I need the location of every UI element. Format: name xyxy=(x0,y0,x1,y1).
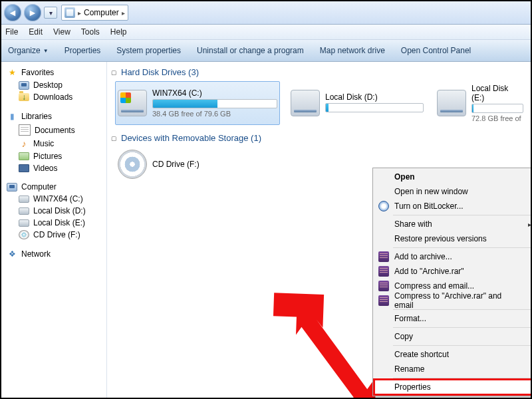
separator xyxy=(393,378,531,378)
sidebar-item-downloads[interactable]: Downloads xyxy=(1,91,106,103)
sidebar-item-drive-c[interactable]: WIN7X64 (C:) xyxy=(1,193,106,205)
drive-icon xyxy=(19,219,29,227)
drive-tile-f[interactable]: CD Drive (F:) xyxy=(115,147,280,182)
navigation-pane: ★Favorites Desktop Downloads ▮Libraries … xyxy=(1,62,107,399)
separator xyxy=(393,215,531,215)
downloads-icon xyxy=(19,93,29,101)
menu-help[interactable]: Help xyxy=(110,27,127,37)
drive-free-text: 72.8 GB free of xyxy=(471,114,523,122)
drive-icon xyxy=(437,90,466,116)
sidebar-item-desktop[interactable]: Desktop xyxy=(1,79,106,91)
disc-icon xyxy=(118,150,147,179)
back-button[interactable]: ◄ xyxy=(4,4,21,21)
archive-icon xyxy=(378,251,389,262)
document-icon xyxy=(19,124,31,136)
sidebar-item-documents[interactable]: Documents xyxy=(1,123,106,137)
music-icon: ♪ xyxy=(19,138,29,149)
explorer-window: ◄ ► ▾ ▸ Computer ▸ File Edit View Tools … xyxy=(0,0,532,399)
archive-icon xyxy=(378,266,389,277)
ctx-bitlocker[interactable]: Turn on BitLocker... xyxy=(374,199,531,213)
map-drive-button[interactable]: Map network drive xyxy=(320,46,385,55)
ctx-open[interactable]: Open xyxy=(374,170,531,184)
context-menu: Open Open in new window Turn on BitLocke… xyxy=(372,168,531,396)
ctx-compress-rar-email[interactable]: Compress to "Archive.rar" and email xyxy=(374,293,531,308)
chevron-down-icon: ▼ xyxy=(43,48,49,54)
archive-icon xyxy=(378,281,389,291)
bitlocker-icon xyxy=(378,201,389,211)
ctx-restore-versions[interactable]: Restore previous versions xyxy=(374,231,531,246)
archive-icon xyxy=(378,295,389,306)
drive-free-text: 38.4 GB free of 79.6 GB xyxy=(152,110,277,118)
sidebar-item-drive-f[interactable]: CD Drive (F:) xyxy=(1,229,106,241)
drive-usage-bar xyxy=(152,99,277,108)
forward-button[interactable]: ► xyxy=(24,4,41,21)
ctx-rename[interactable]: Rename xyxy=(374,362,531,376)
collapse-icon: ▢ xyxy=(111,135,117,142)
computer-icon xyxy=(65,7,75,18)
sidebar-favorites[interactable]: ★Favorites xyxy=(1,66,106,79)
nav-bar: ◄ ► ▾ ▸ Computer ▸ xyxy=(1,1,531,25)
chevron-right-icon: ▸ xyxy=(122,9,125,17)
drive-usage-bar xyxy=(325,103,424,112)
drive-icon xyxy=(19,196,29,203)
drive-name: WIN7X64 (C:) xyxy=(152,88,277,98)
ctx-add-to-archive[interactable]: Add to archive... xyxy=(374,249,531,264)
drive-name: Local Disk (E:) xyxy=(471,84,523,102)
videos-icon xyxy=(19,164,29,172)
star-icon: ★ xyxy=(7,67,17,78)
ctx-share-with[interactable]: Share with xyxy=(374,217,531,231)
section-hard-disk-drives[interactable]: ▢Hard Disk Drives (3) xyxy=(107,66,531,78)
sidebar-item-drive-e[interactable]: Local Disk (E:) xyxy=(1,217,106,229)
organize-button[interactable]: Organize▼ xyxy=(8,46,49,55)
drive-tile-d[interactable]: Local Disk (D:) xyxy=(288,81,426,125)
drive-usage-bar xyxy=(471,104,523,113)
system-properties-button[interactable]: System properties xyxy=(116,46,181,55)
chevron-right-icon: ▸ xyxy=(78,9,81,17)
ctx-format[interactable]: Format... xyxy=(374,311,531,326)
menu-edit[interactable]: Edit xyxy=(29,27,43,37)
menu-view[interactable]: View xyxy=(53,27,70,37)
menu-bar: File Edit View Tools Help xyxy=(1,25,531,40)
collapse-icon: ▢ xyxy=(111,69,117,76)
ctx-copy[interactable]: Copy xyxy=(374,329,531,344)
breadcrumb-location[interactable]: Computer xyxy=(84,8,119,17)
sidebar-item-music[interactable]: ♪Music xyxy=(1,137,106,150)
drive-icon xyxy=(19,207,29,215)
drive-tile-c[interactable]: WIN7X64 (C:) 38.4 GB free of 79.6 GB xyxy=(115,81,280,125)
ctx-create-shortcut[interactable]: Create shortcut xyxy=(374,347,531,362)
body: ★Favorites Desktop Downloads ▮Libraries … xyxy=(1,62,531,399)
separator xyxy=(393,247,531,248)
control-panel-button[interactable]: Open Control Panel xyxy=(401,46,471,55)
menu-file[interactable]: File xyxy=(5,27,18,37)
ctx-add-to-rar[interactable]: Add to "Archive.rar" xyxy=(374,264,531,279)
libraries-icon: ▮ xyxy=(7,111,17,122)
separator xyxy=(393,327,531,328)
svg-marker-0 xyxy=(270,293,380,399)
uninstall-button[interactable]: Uninstall or change a program xyxy=(197,46,304,55)
content-pane: ▢Hard Disk Drives (3) WIN7X64 (C:) 38.4 … xyxy=(107,62,531,399)
ctx-properties[interactable]: Properties xyxy=(374,380,531,394)
sidebar-item-drive-d[interactable]: Local Disk (D:) xyxy=(1,205,106,217)
command-bar: Organize▼ Properties System properties U… xyxy=(1,40,531,62)
drive-icon xyxy=(118,90,147,116)
drive-tile-e[interactable]: Local Disk (E:) 72.8 GB free of xyxy=(434,81,526,125)
sidebar-network[interactable]: ❖Network xyxy=(1,247,106,261)
sidebar-libraries[interactable]: ▮Libraries xyxy=(1,110,106,123)
menu-tools[interactable]: Tools xyxy=(81,27,100,37)
pictures-icon xyxy=(19,152,29,160)
drive-icon xyxy=(291,90,320,116)
sidebar-computer[interactable]: Computer xyxy=(1,181,106,193)
properties-button[interactable]: Properties xyxy=(65,46,101,55)
section-removable-storage[interactable]: ▢Devices with Removable Storage (1) xyxy=(107,132,531,144)
drive-name: Local Disk (D:) xyxy=(325,92,424,102)
history-dropdown[interactable]: ▾ xyxy=(44,7,57,19)
computer-icon xyxy=(7,183,17,192)
annotation-arrow xyxy=(265,288,385,399)
ctx-open-new-window[interactable]: Open in new window xyxy=(374,184,531,199)
disc-icon xyxy=(19,230,29,239)
sidebar-item-videos[interactable]: Videos xyxy=(1,162,106,174)
breadcrumb[interactable]: ▸ Computer ▸ xyxy=(61,5,128,21)
drive-name: CD Drive (F:) xyxy=(152,160,277,169)
sidebar-item-pictures[interactable]: Pictures xyxy=(1,150,106,162)
desktop-icon xyxy=(19,81,29,90)
